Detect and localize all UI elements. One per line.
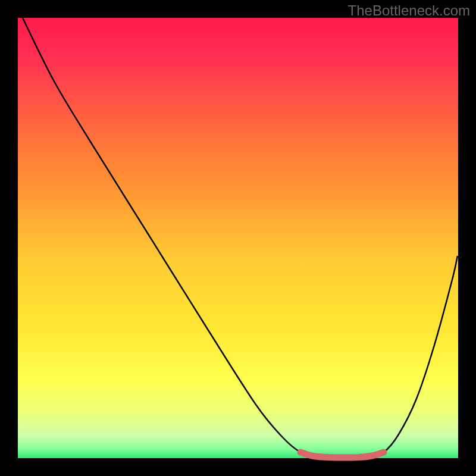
watermark-text: TheBottleneck.com	[348, 2, 470, 19]
chart-svg	[0, 0, 476, 476]
chart-container: TheBottleneck.com	[0, 0, 476, 476]
plot-background	[18, 18, 458, 458]
